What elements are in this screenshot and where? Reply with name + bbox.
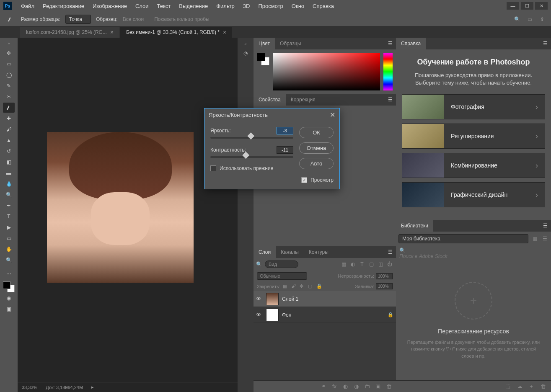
document-tab-2[interactable]: Без имени-1 @ 33,3% (Слой 1, RGB/8) * × bbox=[120, 27, 232, 38]
doc-size[interactable]: Док: 3,18M/4,24M bbox=[46, 385, 83, 390]
visibility-icon[interactable]: 👁 bbox=[256, 312, 263, 318]
menu-help[interactable]: Справка bbox=[308, 3, 338, 9]
panel-menu-icon[interactable]: ☰ bbox=[385, 41, 396, 46]
fg-color-chip[interactable] bbox=[257, 53, 265, 61]
filter-adjust-icon[interactable]: ◐ bbox=[349, 260, 357, 268]
layer-mask-icon[interactable]: ◐ bbox=[341, 383, 349, 390]
zoom-level[interactable]: 33,33% bbox=[22, 385, 37, 390]
library-dropzone[interactable]: + Перетаскивание ресурсов Перетащите фай… bbox=[396, 261, 551, 380]
dialog-titlebar[interactable]: Яркость/Контрастность ✕ bbox=[204, 108, 339, 121]
share-icon[interactable]: ⇪ bbox=[538, 15, 547, 24]
filter-shape-icon[interactable]: ▢ bbox=[367, 260, 375, 268]
canvas[interactable] bbox=[18, 38, 238, 382]
layer-row[interactable]: 👁 Слой 1 bbox=[254, 291, 396, 307]
contrast-input[interactable] bbox=[277, 146, 293, 154]
toolbar-collapse-icon[interactable]: » bbox=[8, 41, 10, 46]
learn-card-design[interactable]: Графический дизайн› bbox=[402, 182, 545, 207]
shape-tool[interactable]: ▭ bbox=[3, 233, 15, 243]
layer-fx-icon[interactable]: fx bbox=[331, 383, 338, 390]
delete-layer-icon[interactable]: 🗑 bbox=[385, 383, 393, 390]
close-icon[interactable]: × bbox=[223, 29, 226, 36]
zoom-tool[interactable]: 🔍 bbox=[3, 255, 15, 265]
adjustment-layer-icon[interactable]: ◑ bbox=[352, 383, 360, 390]
filter-pixel-icon[interactable]: ▦ bbox=[340, 260, 347, 268]
document-tab-1[interactable]: luxfon.com-21458.jpg @ 25% (RG... × bbox=[20, 27, 119, 38]
expand-icon[interactable]: « bbox=[244, 42, 247, 46]
visibility-icon[interactable]: 👁 bbox=[256, 296, 263, 302]
checkbox-icon[interactable] bbox=[210, 165, 216, 171]
filter-smart-icon[interactable]: ◫ bbox=[377, 260, 384, 268]
history-panel-icon[interactable]: ◔ bbox=[241, 48, 251, 58]
lock-position-icon[interactable]: ✥ bbox=[300, 284, 305, 289]
new-layer-icon[interactable]: ▣ bbox=[374, 383, 382, 390]
sample-size-select[interactable]: Точка bbox=[65, 15, 91, 24]
layer-filter-kind[interactable]: Вид bbox=[265, 260, 298, 268]
library-search-input[interactable] bbox=[399, 253, 548, 259]
cloud-icon[interactable]: ☁ bbox=[516, 383, 523, 390]
swatches-tab[interactable]: Образцы bbox=[275, 38, 306, 49]
layer-name[interactable]: Фон bbox=[282, 312, 291, 318]
learn-card-combine[interactable]: Комбинирование› bbox=[402, 153, 545, 178]
type-tool[interactable]: T bbox=[3, 211, 15, 222]
panel-menu-icon[interactable]: ☰ bbox=[540, 41, 551, 46]
quick-mask-tool[interactable]: ◉ bbox=[3, 293, 15, 303]
library-select[interactable]: Моя библиотека bbox=[398, 234, 528, 243]
eraser-tool[interactable]: ◧ bbox=[3, 157, 15, 167]
help-tab[interactable]: Справка bbox=[396, 38, 426, 49]
menu-file[interactable]: Файл bbox=[17, 3, 39, 9]
quick-select-tool[interactable]: ✎ bbox=[3, 81, 15, 91]
menu-select[interactable]: Выделение bbox=[175, 3, 212, 9]
history-brush-tool[interactable]: ↺ bbox=[3, 146, 15, 156]
eyedropper-tool[interactable] bbox=[3, 103, 15, 113]
menu-image[interactable]: Изображение bbox=[88, 3, 131, 9]
blur-tool[interactable]: 💧 bbox=[3, 179, 15, 189]
fill-input[interactable]: 100% bbox=[376, 283, 393, 289]
brightness-slider[interactable] bbox=[210, 137, 293, 139]
close-icon[interactable]: ✕ bbox=[330, 111, 335, 119]
layer-thumbnail[interactable] bbox=[266, 309, 279, 321]
panel-menu-icon[interactable]: ☰ bbox=[385, 97, 396, 103]
filter-toggle-icon[interactable]: ⏻ bbox=[386, 260, 393, 268]
pen-tool[interactable]: ✒ bbox=[3, 201, 15, 211]
properties-tab[interactable]: Свойства bbox=[254, 94, 286, 106]
link-layers-icon[interactable]: ⚭ bbox=[320, 383, 327, 390]
window-minimize[interactable]: — bbox=[507, 2, 519, 10]
learn-card-photo[interactable]: Фотография› bbox=[402, 94, 545, 119]
layer-name[interactable]: Слой 1 bbox=[282, 296, 298, 302]
menu-text[interactable]: Текст bbox=[153, 3, 175, 9]
gradient-tool[interactable]: ▬ bbox=[3, 168, 15, 178]
layers-tab[interactable]: Слои bbox=[254, 246, 276, 258]
lock-all-icon[interactable]: 🔒 bbox=[316, 284, 322, 289]
lock-transparent-icon[interactable]: ▦ bbox=[283, 284, 289, 289]
menu-layers[interactable]: Слои bbox=[131, 3, 153, 9]
panel-menu-icon[interactable]: ☰ bbox=[540, 223, 551, 229]
window-close[interactable]: ✕ bbox=[535, 2, 548, 10]
heal-tool[interactable]: ✚ bbox=[3, 113, 15, 124]
brightness-input[interactable] bbox=[277, 127, 293, 134]
close-icon[interactable]: × bbox=[110, 29, 114, 36]
menu-filter[interactable]: Фильтр bbox=[212, 3, 239, 9]
lock-pixels-icon[interactable]: 🖌 bbox=[291, 284, 297, 289]
screen-mode-tool[interactable]: ▣ bbox=[3, 304, 15, 314]
opacity-input[interactable]: 100% bbox=[376, 273, 393, 279]
auto-button[interactable]: Авто bbox=[299, 158, 334, 169]
window-maximize[interactable]: ☐ bbox=[521, 2, 533, 10]
panel-menu-icon[interactable]: ☰ bbox=[385, 249, 396, 255]
path-select-tool[interactable]: ▶ bbox=[3, 222, 15, 232]
dodge-tool[interactable]: 🔍 bbox=[3, 190, 15, 200]
stock-icon[interactable]: ⬚ bbox=[504, 383, 512, 390]
current-tool-icon[interactable] bbox=[4, 14, 16, 24]
menu-3d[interactable]: 3D bbox=[239, 3, 254, 9]
add-library-icon[interactable]: + bbox=[528, 383, 535, 390]
color-field[interactable] bbox=[273, 53, 380, 90]
channels-tab[interactable]: Каналы bbox=[276, 246, 304, 258]
menu-window[interactable]: Окно bbox=[287, 3, 308, 9]
legacy-checkbox-row[interactable]: Использовать прежние bbox=[210, 165, 293, 171]
show-ring-label[interactable]: Показать кольцо пробы bbox=[154, 16, 209, 22]
lock-artboard-icon[interactable]: ▢ bbox=[308, 284, 314, 289]
preview-checkbox[interactable]: ✓ bbox=[301, 177, 307, 183]
marquee-tool[interactable]: ▭ bbox=[3, 59, 15, 69]
list-view-icon[interactable]: ☰ bbox=[541, 235, 548, 242]
menu-view[interactable]: Просмотр bbox=[254, 3, 287, 9]
delete-library-icon[interactable]: 🗑 bbox=[539, 383, 547, 390]
